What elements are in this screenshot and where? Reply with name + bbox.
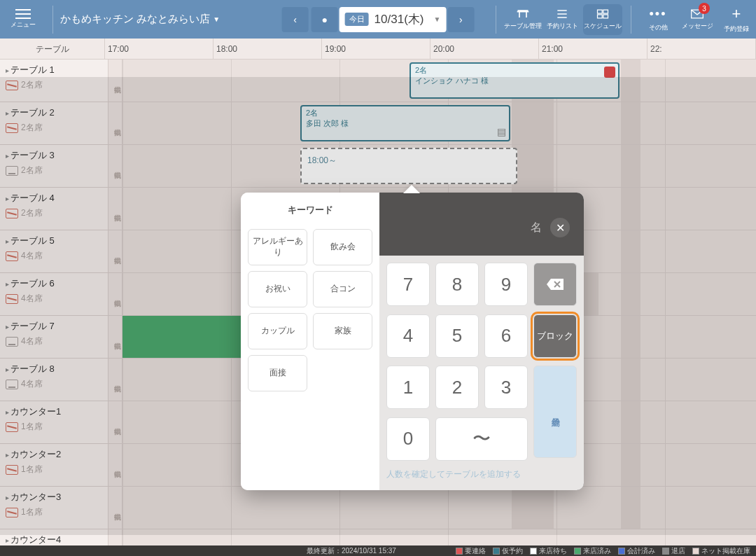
menu-button[interactable]: メニュー <box>0 0 46 39</box>
list-icon <box>555 8 569 20</box>
keyword-button[interactable]: お祝い <box>248 271 307 307</box>
divider <box>496 6 496 34</box>
legend-item: 会計済み <box>618 546 655 556</box>
date-picker[interactable]: 今日 10/31(木) ▼ <box>340 7 447 32</box>
hour-header: 17:00 <box>105 39 214 60</box>
hour-header: 18:00 <box>214 39 322 60</box>
chevron-down-icon: ▼ <box>213 15 220 23</box>
other-button[interactable]: ••• その他 <box>638 0 678 39</box>
store-selector[interactable]: かもめキッチン みなとみらい店 ▼ <box>60 13 220 26</box>
hour-header: 20:00 <box>430 39 539 60</box>
keyword-button[interactable]: 合コン <box>313 271 372 307</box>
key-3[interactable]: 3 <box>484 366 528 409</box>
key-0[interactable]: 0 <box>386 417 430 461</box>
key-4[interactable]: 4 <box>386 314 430 358</box>
legend-item: 要連絡 <box>456 546 486 556</box>
key-1[interactable]: 1 <box>386 366 430 409</box>
chevron-down-icon: ▼ <box>433 15 440 23</box>
waitlist-button[interactable]: 予約リスト <box>542 0 582 39</box>
legend-item: 退店 <box>662 546 685 556</box>
hamburger-icon <box>15 9 31 19</box>
key-5[interactable]: 5 <box>435 314 479 358</box>
keyword-button[interactable]: 飲み会 <box>313 229 372 265</box>
prev-day-button[interactable]: ‹ <box>282 7 309 32</box>
today-pill: 今日 <box>345 13 369 26</box>
divider <box>52 6 53 34</box>
register-key[interactable]: 予約登録 <box>533 366 577 458</box>
close-button[interactable]: ✕ <box>550 218 570 237</box>
table-icon <box>516 8 530 20</box>
last-updated: 最終更新：2024/10/31 15:37 <box>307 546 396 556</box>
legend-item: 来店済み <box>574 546 611 556</box>
add-table-hint[interactable]: 人数を確定してテーブルを追加する <box>386 468 577 483</box>
dots-icon: ••• <box>650 7 667 22</box>
keyword-title: キーワード <box>248 204 372 216</box>
legend-item: 来店待ち <box>530 546 567 556</box>
table-name: テーブル 1 <box>6 64 102 76</box>
backspace-button[interactable] <box>533 263 577 306</box>
backspace-icon <box>545 277 565 291</box>
schedule-button[interactable]: スケジュール <box>583 4 622 35</box>
table-column-header: テーブル <box>0 39 105 60</box>
divider <box>631 6 631 34</box>
message-badge: 3 <box>699 3 710 14</box>
schedule-icon <box>596 8 610 20</box>
date-text: 10/31(木) <box>374 11 424 27</box>
message-button[interactable]: 3 メッセージ <box>678 0 717 39</box>
keyword-button[interactable]: カップル <box>248 313 307 349</box>
menu-label: メニュー <box>10 20 36 29</box>
store-name: かもめキッチン みなとみらい店 <box>60 13 210 26</box>
legend-item: 仮予約 <box>493 546 523 556</box>
reservation-source-icon <box>604 67 615 78</box>
key-7[interactable]: 7 <box>386 263 430 306</box>
key-6[interactable]: 6 <box>484 314 528 358</box>
key-8[interactable]: 8 <box>435 263 479 306</box>
keyword-button[interactable]: 家族 <box>313 313 372 349</box>
hour-header: 22: <box>648 39 756 60</box>
next-day-button[interactable]: › <box>447 7 474 32</box>
key-tilde[interactable]: 〜 <box>435 417 528 461</box>
today-dot-button[interactable]: ● <box>312 7 338 32</box>
popover-arrow <box>403 185 420 193</box>
table-name: カウンター4 <box>6 534 102 545</box>
block-button[interactable]: ブロック <box>533 314 577 358</box>
name-suffix-label: 名 <box>531 221 542 235</box>
register-button[interactable]: + 予約登録 <box>717 0 756 39</box>
key-2[interactable]: 2 <box>435 366 479 409</box>
plus-icon: + <box>732 5 741 23</box>
keyword-button[interactable]: 面接 <box>248 355 307 391</box>
reservation-entry-modal: キーワード アレルギーあり飲み会お祝い合コンカップル家族面接 名 ✕ 7 8 9… <box>241 193 584 490</box>
key-9[interactable]: 9 <box>484 263 528 306</box>
keyword-button[interactable]: アレルギーあり <box>248 229 307 265</box>
hour-header: 19:00 <box>322 39 430 60</box>
hour-header: 21:00 <box>539 39 648 60</box>
legend-item: ネット掲載在庫 <box>692 546 750 556</box>
table-mgmt-button[interactable]: テーブル管理 <box>503 0 542 39</box>
